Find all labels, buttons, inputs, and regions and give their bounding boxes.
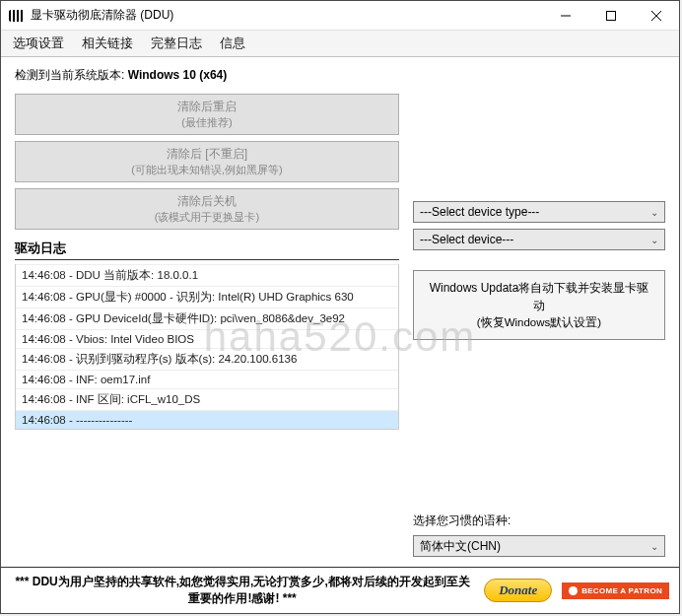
log-row[interactable]: 14:46:08 - Vbios: Intel Video BIOS [16,329,398,348]
patron-button[interactable]: BECOME A PATRON [562,582,669,599]
patreon-icon [569,586,578,595]
footer: *** DDU为用户坚持的共享软件,如您觉得实用,无论打赏多少,都将对后续的开发… [1,567,679,613]
chevron-down-icon: ⌄ [650,207,658,218]
right-column: ---Select device type--- ⌄ ---Select dev… [413,65,665,567]
clean-restart-button[interactable]: 清除后重启 (最佳推荐) [15,94,399,135]
btn-line1: 清除后重启 [177,99,237,115]
menu-links[interactable]: 相关链接 [82,34,133,52]
log-row[interactable]: 14:46:08 - DDU 当前版本: 18.0.0.1 [16,264,398,286]
btn-line1: 清除后关机 [177,193,237,210]
log-row[interactable]: 14:46:08 - GPU(显卡) #0000 - 识别为: Intel(R)… [16,286,398,308]
minimize-button[interactable] [543,1,588,31]
device-select[interactable]: ---Select device--- ⌄ [413,229,665,250]
log-list[interactable]: 14:46:08 - DDU 当前版本: 18.0.0.1 14:46:08 -… [15,264,399,430]
chevron-down-icon: ⌄ [650,541,658,552]
device-type-select[interactable]: ---Select device type--- ⌄ [413,201,665,223]
window-title: 显卡驱动彻底清除器 (DDU) [31,7,543,24]
system-version: Windows 10 (x64) [128,68,228,82]
log-row[interactable]: 14:46:08 - --------------- [16,410,398,429]
system-prefix: 检测到当前系统版本: [15,68,128,82]
btn-line1: 清除后 [不重启] [167,146,247,163]
btn-line2: (该模式用于更换显卡) [155,210,259,225]
chevron-down-icon: ⌄ [650,235,658,245]
system-info: 检测到当前系统版本: Windows 10 (x64) [15,67,399,84]
app-icon [9,10,25,22]
btn-line2: (最佳推荐) [181,115,232,130]
menubar: 选项设置 相关链接 完整日志 信息 [1,31,679,57]
log-row[interactable]: 14:46:08 - INF: oem17.inf [16,370,398,388]
content-area: haha520.com 检测到当前系统版本: Windows 10 (x64) … [1,57,679,567]
window-controls [543,1,679,31]
menu-options[interactable]: 选项设置 [13,34,64,52]
donate-button[interactable]: Donate [484,579,552,602]
windows-update-button[interactable]: Windows Updata将自动下载并安装显卡驱动 (恢复Windows默认设… [413,270,665,340]
log-row[interactable]: 14:46:08 - 识别到驱动程序(s) 版本(s): 24.20.100.6… [16,348,398,370]
winupd-line2: (恢复Windows默认设置) [424,314,654,331]
menu-log[interactable]: 完整日志 [151,34,202,52]
left-column: 检测到当前系统版本: Windows 10 (x64) 清除后重启 (最佳推荐)… [15,65,399,567]
patron-label: BECOME A PATRON [581,586,662,595]
log-title: 驱动日志 [15,240,399,260]
svg-rect-1 [607,11,616,20]
log-row[interactable]: 14:46:08 - INF 区间: iCFL_w10_DS [16,388,398,410]
app-window: 显卡驱动彻底清除器 (DDU) 选项设置 相关链接 完整日志 信息 haha52… [0,0,680,614]
footer-message: *** DDU为用户坚持的共享软件,如您觉得实用,无论打赏多少,都将对后续的开发… [11,574,474,607]
clean-shutdown-button[interactable]: 清除后关机 (该模式用于更换显卡) [15,188,399,230]
language-select[interactable]: 简体中文(CHN) ⌄ [413,535,665,557]
close-button[interactable] [634,1,679,31]
clean-norestart-button[interactable]: 清除后 [不重启] (可能出现未知错误,例如黑屏等) [15,141,399,182]
language-label: 选择您习惯的语种: [413,513,665,529]
combo-text: ---Select device type--- [420,205,539,219]
menu-info[interactable]: 信息 [220,34,245,52]
combo-text: ---Select device--- [420,233,513,246]
maximize-button[interactable] [588,1,634,31]
btn-line2: (可能出现未知错误,例如黑屏等) [131,163,282,177]
titlebar: 显卡驱动彻底清除器 (DDU) [1,1,679,31]
combo-text: 简体中文(CHN) [420,538,501,555]
winupd-line1: Windows Updata将自动下载并安装显卡驱动 [424,279,654,314]
log-row[interactable]: 14:46:08 - GPU DeviceId(显卡硬件ID): pci\ven… [16,308,398,329]
